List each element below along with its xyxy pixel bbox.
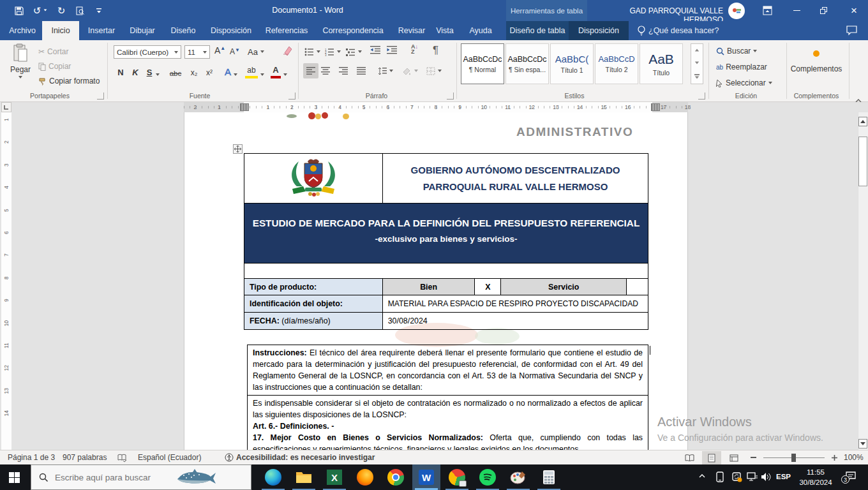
undo-dropdown-icon[interactable]	[43, 9, 47, 11]
styles-dialog-launcher[interactable]	[698, 93, 705, 100]
vertical-ruler[interactable]: 1234567891011121314	[1, 112, 11, 450]
header-table[interactable]: GOBIERNO AUTÓNOMO DESCENTRALIZADO PARROQ…	[244, 153, 648, 279]
tab-disposicion[interactable]: Disposición	[206, 21, 257, 40]
print-layout-button[interactable]	[702, 451, 721, 464]
taskbar-firefox-icon[interactable]	[351, 464, 379, 490]
tray-network-icon[interactable]	[747, 472, 758, 483]
shrink-font-button[interactable]: A▼	[230, 47, 240, 56]
taskbar-explorer-icon[interactable]	[290, 464, 318, 490]
taskbar-edge-icon[interactable]	[259, 464, 287, 490]
ribbon-display-options-icon[interactable]	[753, 0, 781, 21]
style-card[interactable]: AaBbCcDc ¶ Normal	[461, 43, 504, 84]
tray-phone-icon[interactable]	[716, 471, 724, 484]
highlight-button[interactable]: ab	[245, 64, 258, 78]
font-dialog-launcher[interactable]	[288, 93, 296, 100]
zoom-slider-thumb[interactable]	[791, 454, 796, 462]
style-card[interactable]: AaBbCcDc ¶ Sin espa...	[505, 43, 549, 84]
fecha-value-cell[interactable]: 30/08/2024	[382, 313, 648, 330]
strikethrough-button[interactable]: abc	[167, 64, 184, 78]
tray-language[interactable]: ESP	[776, 473, 791, 480]
borders-button[interactable]	[426, 64, 442, 77]
copy-button[interactable]: Copiar	[38, 60, 71, 73]
highlight-dropdown-icon[interactable]	[260, 73, 264, 76]
font-color-button[interactable]: A	[271, 64, 281, 78]
search-input[interactable]	[54, 472, 175, 483]
print-preview-icon[interactable]	[73, 4, 86, 17]
paragraph-dialog-launcher[interactable]	[447, 93, 454, 100]
bullets-button[interactable]	[304, 45, 320, 58]
redo-icon[interactable]: ↻	[55, 4, 68, 17]
x-mark-cell[interactable]: X	[475, 279, 501, 295]
proofing-icon[interactable]	[117, 450, 126, 464]
style-card[interactable]: AaB Título	[640, 43, 683, 84]
underline-button[interactable]: S	[144, 64, 154, 78]
show-marks-button[interactable]: ¶	[433, 44, 438, 57]
tab-dibujar[interactable]: Dibujar	[124, 21, 161, 40]
objeto-value-cell[interactable]: MATERIAL PARA ESPACIO DE RESPIRO PROYECT…	[382, 295, 648, 313]
multilevel-list-button[interactable]	[346, 45, 362, 58]
word-count[interactable]: 907 palabras	[63, 450, 107, 464]
body-cell[interactable]: Es indispensable considerar si el objeto…	[248, 396, 648, 450]
tab-vista[interactable]: Vista	[431, 21, 458, 40]
tab-disposicion-tabla[interactable]: Disposición	[569, 21, 629, 40]
styles-more-icon[interactable]	[694, 74, 700, 78]
clear-formatting-icon[interactable]	[282, 45, 294, 58]
tell-me-box[interactable]: ¿Qué desea hacer?	[648, 21, 725, 40]
font-size-combo[interactable]: 11	[184, 45, 210, 59]
tray-clock[interactable]: 11:55 30/8/2024	[793, 467, 838, 487]
start-button[interactable]	[0, 464, 28, 490]
font-color-dropdown-icon[interactable]	[283, 73, 287, 76]
tray-volume-icon[interactable]	[761, 472, 772, 483]
table-column-marker[interactable]	[651, 103, 660, 111]
sort-button[interactable]: A↓Z	[411, 44, 418, 54]
text-effects-dropdown-icon[interactable]	[234, 73, 237, 76]
addins-button[interactable]: Complementos	[788, 45, 845, 73]
save-icon[interactable]	[13, 4, 26, 17]
tab-diseno-de-tabla[interactable]: Diseño de tabla	[506, 21, 569, 40]
instructions-cell[interactable]: Instrucciones: El técnico del área requi…	[248, 345, 648, 396]
table-column-marker[interactable]	[240, 103, 249, 111]
zoom-level[interactable]: 100%	[844, 450, 864, 464]
tab-inicio[interactable]: Inicio	[42, 21, 79, 40]
find-button[interactable]: Buscar	[716, 45, 757, 57]
zoom-in-button[interactable]	[831, 454, 838, 463]
cut-button[interactable]: ✂ Cortar	[38, 45, 68, 58]
tray-chevron-icon[interactable]	[698, 472, 706, 481]
taskbar-calculator-icon[interactable]	[535, 464, 563, 490]
styles-scroll-up-icon[interactable]	[695, 49, 699, 52]
italic-button[interactable]: K	[130, 64, 140, 78]
web-layout-button[interactable]	[724, 451, 744, 464]
paste-button[interactable]: Pegar	[6, 43, 34, 89]
tab-correspondencia[interactable]: Correspondencia	[317, 21, 389, 40]
style-card[interactable]: AaBbC( Título 1	[550, 43, 594, 84]
info-table[interactable]: Tipo de producto: Bien X Servicio Identi…	[244, 278, 648, 330]
taskbar-chrome-remote-icon[interactable]	[443, 464, 471, 490]
grow-font-button[interactable]: A▲	[214, 45, 225, 56]
instructions-table[interactable]: Instrucciones: El técnico del área requi…	[247, 345, 648, 450]
increase-indent-icon[interactable]	[387, 45, 397, 57]
underline-dropdown-icon[interactable]	[156, 73, 160, 76]
superscript-button[interactable]: x²	[203, 64, 216, 78]
tab-diseno[interactable]: Diseño	[165, 21, 202, 40]
tab-selector[interactable]	[1, 102, 11, 112]
line-spacing-button[interactable]	[378, 64, 393, 77]
bold-button[interactable]: N	[115, 64, 126, 78]
align-right-button[interactable]	[339, 66, 348, 77]
notification-center-icon[interactable]: 3	[845, 471, 857, 483]
shading-button[interactable]	[402, 64, 418, 77]
format-painter-button[interactable]: Copiar formato	[38, 75, 100, 87]
page-indicator[interactable]: Página 1 de 3	[8, 450, 55, 464]
font-name-combo[interactable]: Calibri (Cuerpo)	[114, 45, 181, 59]
minimize-button[interactable]	[782, 0, 811, 21]
table-move-handle[interactable]	[233, 144, 243, 154]
style-card[interactable]: AaBbCcD Título 2	[595, 43, 638, 84]
undo-icon[interactable]: ↺	[31, 4, 43, 17]
restore-button[interactable]	[809, 0, 837, 21]
tab-archivo[interactable]: Archivo	[6, 21, 38, 40]
tab-revisar[interactable]: Revisar	[393, 21, 430, 40]
customize-qat-icon[interactable]	[93, 4, 105, 17]
tray-sync-icon[interactable]	[731, 471, 742, 484]
numbering-button[interactable]: 123	[325, 45, 341, 58]
taskbar-chrome-icon[interactable]	[382, 464, 410, 490]
styles-scroll-down-icon[interactable]	[695, 62, 699, 64]
